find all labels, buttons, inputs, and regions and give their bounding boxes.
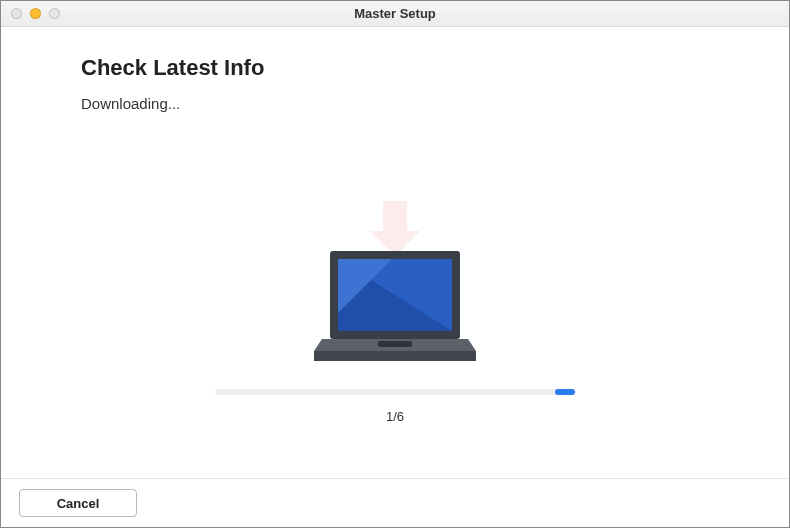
svg-rect-7 [314,351,476,361]
footer-bar: Cancel [1,478,789,527]
cancel-button[interactable]: Cancel [19,489,137,517]
minimize-window-icon[interactable] [30,8,41,19]
page-heading: Check Latest Info [81,55,709,81]
close-window-icon[interactable] [11,8,22,19]
progress-section: 1/6 [215,389,575,424]
progress-fill [555,389,575,395]
svg-rect-0 [383,201,407,231]
content-area: Check Latest Info Downloading... [1,27,789,112]
window-controls [1,8,60,19]
zoom-window-icon[interactable] [49,8,60,19]
progress-bar [215,389,575,395]
progress-label: 1/6 [215,409,575,424]
svg-rect-8 [378,341,412,347]
download-illustration [300,201,490,375]
status-text: Downloading... [81,95,709,112]
laptop-icon [314,251,476,361]
window-title: Master Setup [1,6,789,21]
download-arrow-icon [370,201,420,256]
title-bar: Master Setup [1,1,789,27]
